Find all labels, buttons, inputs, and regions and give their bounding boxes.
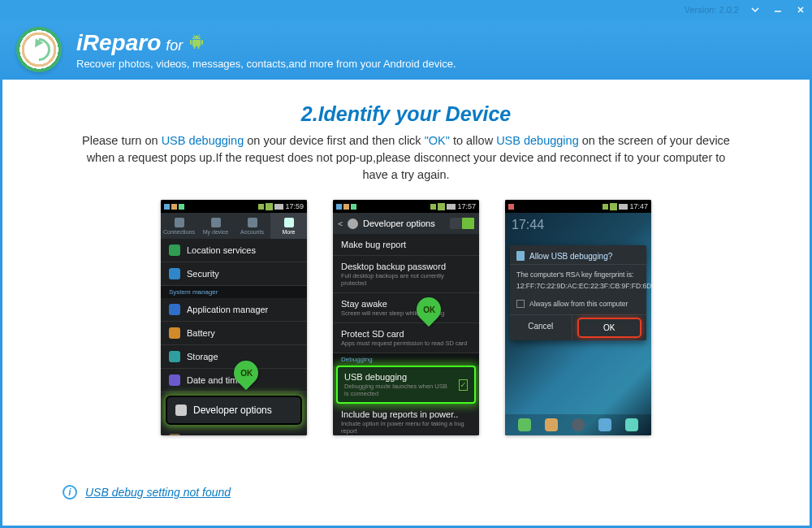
status-time: 17:47 — [629, 202, 648, 210]
content-area: 2.Identify your Device Please turn on US… — [0, 80, 812, 528]
dev-options-header: < Developer options — [333, 213, 479, 234]
titlebar: Version: 2.0.2 — [0, 0, 812, 19]
gear-icon — [348, 219, 358, 229]
section-label: Debugging — [333, 353, 479, 366]
list-item: Protect SD cardApps must request permiss… — [333, 323, 479, 353]
toggle-on-icon — [450, 218, 474, 229]
app-name: iReparo — [76, 30, 161, 56]
svg-rect-4 — [194, 45, 196, 49]
info-icon: i — [63, 485, 77, 500]
list-item: Stay awakeScreen will never sleep while … — [333, 293, 479, 323]
minimize-button[interactable] — [767, 0, 789, 19]
list-item: Location services — [161, 239, 307, 262]
close-button[interactable] — [789, 0, 812, 19]
status-time: 17:57 — [457, 202, 476, 210]
instructions-text: Please turn on USB debugging on your dev… — [73, 132, 739, 184]
list-item: About device — [161, 428, 307, 435]
dropdown-button[interactable] — [744, 0, 767, 19]
list-item: Make bug report — [333, 234, 479, 256]
lockscreen-clock: 17:44 — [505, 213, 651, 237]
dialog-cancel-button: Cancel — [510, 315, 572, 340]
list-item: Application manager — [161, 298, 307, 322]
android-icon — [189, 34, 204, 50]
list-item: Include bug reports in power..Include op… — [333, 404, 479, 435]
highlight-usb-debugging: USB debuggingDebugging mode launches whe… — [336, 366, 476, 404]
usb-debug-not-found-link[interactable]: USB debug setting not found — [85, 486, 231, 499]
svg-rect-3 — [201, 40, 203, 45]
screenshot-settings-more: 17:59 Connections My device Accounts Mor… — [161, 200, 307, 435]
for-label: for — [166, 37, 183, 54]
back-icon: < — [338, 219, 343, 228]
checkbox-checked-icon: ✓ — [459, 379, 468, 391]
app-window: Version: 2.0.2 iReparo for Recover photo… — [0, 0, 812, 528]
status-time: 17:59 — [285, 202, 304, 210]
highlight-developer-options: Developer options — [166, 396, 302, 425]
svg-rect-1 — [192, 40, 201, 46]
svg-rect-5 — [198, 45, 200, 49]
svg-line-7 — [198, 34, 199, 37]
settings-tabs: Connections My device Accounts More — [161, 213, 307, 239]
usb-debug-dialog: Allow USB debugging? The computer's RSA … — [510, 245, 646, 340]
list-item: Battery — [161, 322, 307, 345]
home-dock — [505, 414, 651, 435]
list-item: Security — [161, 262, 307, 286]
status-bar: 17:47 — [505, 200, 651, 213]
screenshot-developer-options: 17:57 < Developer options Make bug repor… — [333, 200, 479, 435]
app-header: iReparo for Recover photos, videos, mess… — [0, 19, 812, 80]
keyword-usb-debugging: USB debugging — [162, 134, 244, 147]
screenshot-row: 17:59 Connections My device Accounts Mor… — [30, 200, 782, 435]
app-logo-icon — [16, 27, 62, 72]
android-icon — [516, 251, 525, 261]
svg-rect-2 — [190, 40, 192, 45]
highlight-dialog-ok-button: OK — [577, 318, 642, 338]
list-item: Desktop backup passwordFull desktop back… — [333, 256, 479, 293]
section-label: System manager — [161, 286, 307, 298]
keyword-ok: "OK" — [425, 134, 450, 147]
svg-point-8 — [194, 37, 195, 37]
keyword-usb-debugging: USB debugging — [496, 134, 579, 147]
step-title: 2.Identify your Device — [30, 102, 782, 126]
status-bar: 17:59 — [161, 200, 307, 213]
footer: i USB debug setting not found — [30, 485, 782, 511]
version-label: Version: 2.0.2 — [685, 5, 739, 15]
app-subtitle: Recover photos, videos, messages, contac… — [76, 58, 456, 70]
status-bar: 17:57 — [333, 200, 479, 213]
screenshot-allow-usb-dialog: 17:47 17:44 Allow USB debugging? The com… — [505, 200, 651, 435]
svg-line-6 — [194, 34, 195, 37]
svg-point-9 — [198, 37, 199, 37]
always-allow-checkbox: Always allow from this computer — [510, 296, 646, 314]
list-item: Storage — [161, 345, 307, 369]
